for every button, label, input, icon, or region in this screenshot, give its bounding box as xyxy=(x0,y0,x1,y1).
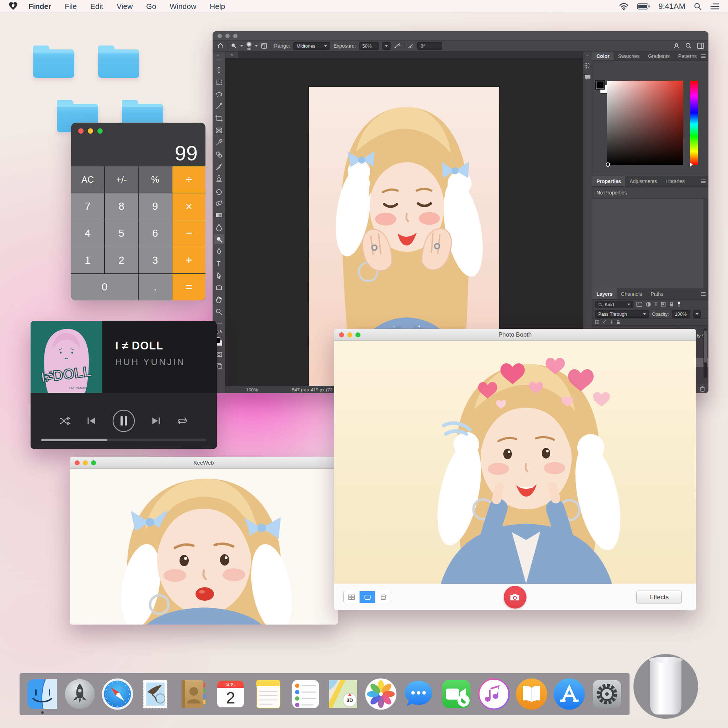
dock-calendar-icon[interactable]: ม.ค.2 xyxy=(214,677,248,711)
calculator-window[interactable]: 99 AC +/- % ÷ 7 8 9 × 4 5 6 − 1 2 3 + 0 … xyxy=(71,122,205,300)
tab-patterns[interactable]: Patterns xyxy=(674,52,701,60)
slice-tool-icon[interactable] xyxy=(216,128,222,133)
music-player-widget[interactable]: I≠DOLL HUH YUNJIN I ≠ DOLL HUH YUNJIN xyxy=(31,321,217,449)
calc-key-9[interactable]: 9 xyxy=(139,193,172,220)
calc-key-1[interactable]: 1 xyxy=(71,247,104,273)
repeat-icon[interactable] xyxy=(177,416,188,425)
filter-type-icon[interactable]: T xyxy=(655,301,658,307)
pause-button[interactable] xyxy=(112,409,135,433)
dock-app-store-icon[interactable] xyxy=(552,677,586,711)
document-tab[interactable]: × xyxy=(225,52,238,58)
comments-panel-icon[interactable] xyxy=(584,74,591,81)
tab-adjustments[interactable]: Adjustments xyxy=(625,176,661,186)
calc-key-negate[interactable]: +/- xyxy=(105,166,138,193)
take-photo-button[interactable] xyxy=(504,586,526,609)
dock-launchpad-icon[interactable] xyxy=(63,677,97,711)
lock-all-icon[interactable] xyxy=(616,320,620,324)
opacity-dropdown[interactable] xyxy=(693,310,701,318)
collapse-panels-icon[interactable]: « xyxy=(587,53,589,57)
effects-button[interactable]: Effects xyxy=(636,590,682,604)
chevron-down-icon[interactable] xyxy=(240,45,243,47)
type-tool-icon[interactable]: T xyxy=(217,260,221,267)
home-icon[interactable] xyxy=(217,42,224,49)
move-tool-icon[interactable] xyxy=(216,67,222,73)
calc-key-8[interactable]: 8 xyxy=(105,193,138,220)
dock-facetime-icon[interactable] xyxy=(439,677,473,711)
menu-help[interactable]: Help xyxy=(210,2,225,11)
dock-safari-icon[interactable] xyxy=(101,677,135,711)
calc-key-3[interactable]: 3 xyxy=(139,247,172,273)
four-up-mode-button[interactable] xyxy=(344,591,359,603)
layer-filter-select[interactable]: Kind xyxy=(595,301,633,308)
share-user-icon[interactable] xyxy=(673,42,680,49)
healing-brush-tool-icon[interactable] xyxy=(216,151,222,158)
menu-window[interactable]: Window xyxy=(170,2,196,11)
photo-booth-window[interactable]: Photo Booth xyxy=(334,329,696,610)
hand-tool-icon[interactable] xyxy=(217,297,222,303)
lasso-tool-icon[interactable] xyxy=(216,93,222,97)
zoom-icon[interactable] xyxy=(91,460,96,465)
dock-contacts-icon[interactable] xyxy=(176,677,210,711)
fx-badge[interactable]: fx ^ xyxy=(697,333,704,339)
toggle-panel-icon[interactable] xyxy=(261,43,267,49)
single-photo-mode-button[interactable] xyxy=(359,591,375,603)
calc-key-decimal[interactable]: . xyxy=(139,274,172,300)
dock-photos-icon[interactable] xyxy=(364,677,398,711)
dodge-tool-icon[interactable] xyxy=(231,43,237,49)
menu-finder[interactable]: Finder xyxy=(28,2,51,11)
tab-layers[interactable]: Layers xyxy=(592,288,617,299)
wifi-icon[interactable] xyxy=(619,3,629,10)
history-brush-tool-icon[interactable] xyxy=(217,190,222,194)
calc-key-divide[interactable]: ÷ xyxy=(173,166,205,193)
calc-key-4[interactable]: 4 xyxy=(71,220,104,246)
battery-icon[interactable] xyxy=(637,3,650,9)
scrollbar-thumb[interactable] xyxy=(704,330,707,362)
exposure-dropdown[interactable] xyxy=(382,42,391,50)
next-track-icon[interactable] xyxy=(151,416,161,425)
tab-properties[interactable]: Properties xyxy=(592,176,625,186)
chevron-down-icon[interactable] xyxy=(255,45,258,47)
dodge-tool-selected-icon[interactable] xyxy=(214,234,224,244)
tab-gradients[interactable]: Gradients xyxy=(644,52,674,60)
airbrush-icon[interactable] xyxy=(394,43,401,49)
minimize-icon[interactable] xyxy=(347,332,352,337)
close-icon[interactable] xyxy=(78,128,84,134)
desktop-folder-icon[interactable] xyxy=(98,49,139,78)
filter-lock-icon[interactable] xyxy=(669,302,674,307)
scrollbar[interactable] xyxy=(704,199,708,288)
delete-layer-icon[interactable] xyxy=(700,386,705,392)
dock-finder-icon[interactable] xyxy=(25,677,59,711)
more-tools-icon[interactable] xyxy=(216,323,222,323)
lock-transparent-icon[interactable] xyxy=(595,320,600,324)
menu-file[interactable]: File xyxy=(65,2,77,11)
desktop-folder-icon[interactable] xyxy=(33,49,74,78)
panel-menu-icon[interactable] xyxy=(701,292,706,297)
eyedropper-tool-icon[interactable] xyxy=(217,139,222,145)
calc-key-6[interactable]: 6 xyxy=(139,220,172,246)
close-icon[interactable] xyxy=(217,34,222,38)
movie-mode-button[interactable] xyxy=(375,591,391,603)
color-picker-handle[interactable] xyxy=(606,162,610,167)
saturation-brightness-field[interactable] xyxy=(607,81,683,165)
dock-messages-icon[interactable] xyxy=(402,677,436,711)
calc-key-multiply[interactable]: × xyxy=(173,193,205,220)
history-panel-icon[interactable] xyxy=(584,62,591,69)
progress-bar[interactable] xyxy=(41,439,206,441)
angle-value-field[interactable]: 0° xyxy=(418,42,442,50)
calc-key-2[interactable]: 2 xyxy=(105,247,138,273)
menu-view[interactable]: View xyxy=(116,2,133,11)
calc-key-0[interactable]: 0 xyxy=(71,274,138,300)
keeweb-window[interactable]: KeeWeb xyxy=(70,457,338,624)
dock-notes-icon[interactable] xyxy=(251,677,285,711)
opacity-field[interactable]: 100% xyxy=(672,310,690,318)
filter-toggle-icon[interactable] xyxy=(677,301,681,307)
photo-booth-titlebar[interactable]: Photo Booth xyxy=(334,329,696,341)
close-icon[interactable] xyxy=(339,332,344,337)
pen-tool-icon[interactable] xyxy=(217,248,221,254)
minimize-icon[interactable] xyxy=(83,460,88,465)
search-icon[interactable] xyxy=(694,3,702,10)
calc-key-equals[interactable]: = xyxy=(173,274,205,300)
magic-wand-tool-icon[interactable] xyxy=(217,104,222,109)
minimize-icon[interactable] xyxy=(88,128,93,134)
range-select[interactable]: Midtones xyxy=(293,42,330,50)
